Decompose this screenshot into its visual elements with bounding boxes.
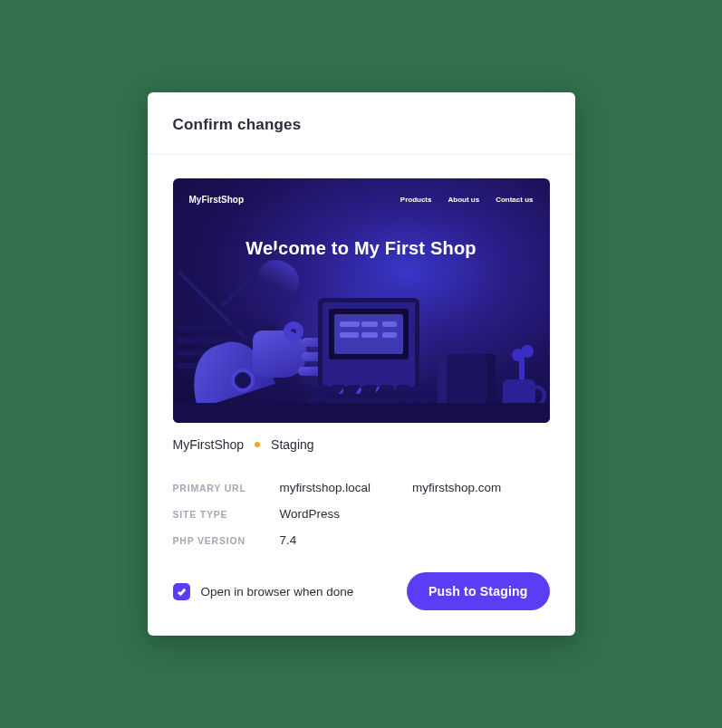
site-details: PRIMARY URL myfirstshop.local myfirstsho… (173, 481, 550, 547)
preview-nav-item: About us (448, 196, 479, 204)
primary-url-remote: myfirstshop.com (412, 481, 501, 494)
preview-nav-item: Contact us (496, 196, 533, 204)
primary-url-local: myfirstshop.local (280, 481, 371, 494)
primary-url-label: PRIMARY URL (173, 483, 280, 493)
modal-title: Confirm changes (173, 116, 550, 134)
confirm-changes-modal: Confirm changes MyFirstShop Products Abo… (148, 92, 575, 636)
site-preview-thumbnail: MyFirstShop Products About us Contact us… (173, 178, 550, 423)
modal-footer: Open in browser when done Push to Stagin… (173, 572, 550, 610)
site-environment: Staging (271, 437, 313, 452)
modal-header: Confirm changes (148, 92, 575, 155)
preview-brand: MyFirstShop (189, 195, 245, 205)
preview-illustration (173, 178, 550, 423)
status-dot-icon (255, 442, 260, 447)
open-in-browser-option[interactable]: Open in browser when done (173, 583, 354, 600)
php-version-label: PHP VERSION (173, 535, 280, 546)
open-in-browser-label: Open in browser when done (201, 585, 354, 599)
push-to-staging-button[interactable]: Push to Staging (407, 572, 550, 610)
php-version-value: 7.4 (280, 533, 297, 547)
modal-body: MyFirstShop Products About us Contact us… (148, 155, 575, 636)
site-identity-row: MyFirstShop Staging (173, 437, 550, 452)
site-type-label: SITE TYPE (173, 509, 280, 520)
site-type-value: WordPress (280, 507, 341, 521)
preview-nav-item: Products (400, 196, 432, 204)
preview-hero-text: Welcome to My First Shop (173, 238, 550, 259)
checkbox-checked-icon[interactable] (173, 583, 190, 600)
site-name: MyFirstShop (173, 437, 245, 452)
